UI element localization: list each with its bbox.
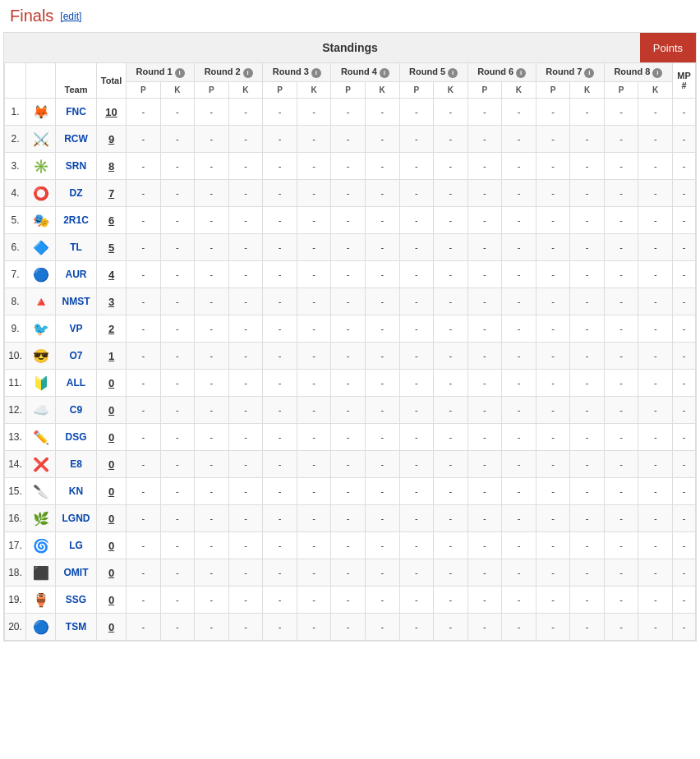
mp-cell: - <box>673 207 696 234</box>
total-cell: 1 <box>97 343 127 370</box>
team-abbr[interactable]: SRN <box>56 153 97 180</box>
round6-info-icon[interactable]: i <box>516 68 526 78</box>
team-abbr[interactable]: OMIT <box>56 559 97 586</box>
total-cell: 0 <box>97 586 127 614</box>
team-abbr[interactable]: VP <box>56 315 97 343</box>
round-cell: - <box>297 99 331 126</box>
round-cell: - <box>399 153 434 180</box>
team-abbr[interactable]: O7 <box>56 343 97 370</box>
round-cell: - <box>365 614 399 641</box>
round-cell: - <box>399 451 434 478</box>
total-cell: 0 <box>97 478 127 505</box>
edit-link[interactable]: [edit] <box>60 11 81 22</box>
round-cell: - <box>365 559 399 586</box>
round-cell: - <box>160 288 195 315</box>
round-cell: - <box>331 397 366 424</box>
round-cell: - <box>638 288 673 315</box>
team-abbr[interactable]: KN <box>56 478 97 505</box>
team-abbr[interactable]: DSG <box>56 424 97 451</box>
team-abbr[interactable]: E8 <box>56 451 97 478</box>
round-cell: - <box>570 451 605 478</box>
round-cell: - <box>604 343 638 370</box>
team-abbr[interactable]: NMST <box>56 288 97 315</box>
rank-cell: 8. <box>5 288 26 315</box>
round8-info-icon[interactable]: i <box>652 68 662 78</box>
team-abbr[interactable]: TL <box>56 234 97 261</box>
team-abbr[interactable]: LGND <box>56 505 97 532</box>
round-cell: - <box>536 370 570 397</box>
table-row: 9.🐦VP2----------------- <box>5 315 696 343</box>
round-cell: - <box>536 586 570 614</box>
round-cell: - <box>263 451 297 478</box>
rank-cell: 16. <box>5 505 26 532</box>
round-cell: - <box>638 478 673 505</box>
round7-info-icon[interactable]: i <box>584 68 594 78</box>
header-row-1: Team Total Round 1 i Round 2 i Round 3 i… <box>5 63 696 82</box>
round5-info-icon[interactable]: i <box>448 68 458 78</box>
team-logo-icon: 🎭 <box>31 210 51 230</box>
round-cell: - <box>365 397 399 424</box>
round-cell: - <box>399 505 434 532</box>
round-cell: - <box>228 288 263 315</box>
round2-header: Round 2 i <box>195 63 263 82</box>
round-cell: - <box>228 451 263 478</box>
round2-info-icon[interactable]: i <box>243 68 253 78</box>
round-cell: - <box>365 478 399 505</box>
team-abbr[interactable]: RCW <box>56 126 97 153</box>
round-cell: - <box>297 315 331 343</box>
rank-cell: 18. <box>5 559 26 586</box>
round-cell: - <box>536 614 570 641</box>
round-cell: - <box>228 99 263 126</box>
round-cell: - <box>467 424 502 451</box>
team-logo-cell: 🔺 <box>26 288 56 315</box>
round-cell: - <box>195 478 229 505</box>
team-abbr[interactable]: LG <box>56 532 97 559</box>
round-cell: - <box>536 478 570 505</box>
round-cell: - <box>195 505 229 532</box>
round-cell: - <box>297 559 331 586</box>
table-row: 17.🌀LG0----------------- <box>5 532 696 559</box>
round-cell: - <box>570 261 605 288</box>
round-cell: - <box>263 315 297 343</box>
round3-info-icon[interactable]: i <box>311 68 321 78</box>
round-cell: - <box>127 261 161 288</box>
round-cell: - <box>331 99 366 126</box>
round4-info-icon[interactable]: i <box>380 68 389 78</box>
round-cell: - <box>228 126 263 153</box>
round-cell: - <box>297 532 331 559</box>
round-cell: - <box>467 397 502 424</box>
points-button[interactable]: Points <box>640 33 696 62</box>
round-cell: - <box>195 261 229 288</box>
round-cell: - <box>638 397 673 424</box>
round-cell: - <box>228 559 263 586</box>
round-cell: - <box>604 234 638 261</box>
rank-cell: 13. <box>5 424 26 451</box>
team-abbr[interactable]: FNC <box>56 99 97 126</box>
mp-cell: - <box>673 99 696 126</box>
team-logo-icon: ☁️ <box>31 400 51 420</box>
mp-cell: - <box>673 424 696 451</box>
team-abbr[interactable]: C9 <box>56 397 97 424</box>
round-cell: - <box>228 153 263 180</box>
team-abbr[interactable]: SSG <box>56 586 97 614</box>
team-logo-icon: 😎 <box>31 346 51 366</box>
team-logo-cell: 🔰 <box>26 370 56 397</box>
round1-info-icon[interactable]: i <box>175 68 185 78</box>
round-cell: - <box>127 397 161 424</box>
team-abbr[interactable]: 2R1C <box>56 207 97 234</box>
round-cell: - <box>297 234 331 261</box>
round-cell: - <box>502 586 537 614</box>
round-cell: - <box>638 614 673 641</box>
team-abbr[interactable]: ALL <box>56 370 97 397</box>
round-cell: - <box>195 99 229 126</box>
round-cell: - <box>365 315 399 343</box>
round-cell: - <box>467 99 502 126</box>
round-cell: - <box>331 532 366 559</box>
round-cell: - <box>399 614 434 641</box>
round-cell: - <box>399 207 434 234</box>
team-abbr[interactable]: DZ <box>56 180 97 207</box>
team-abbr[interactable]: TSM <box>56 614 97 641</box>
round-cell: - <box>467 505 502 532</box>
team-abbr[interactable]: AUR <box>56 261 97 288</box>
round-cell: - <box>502 451 537 478</box>
